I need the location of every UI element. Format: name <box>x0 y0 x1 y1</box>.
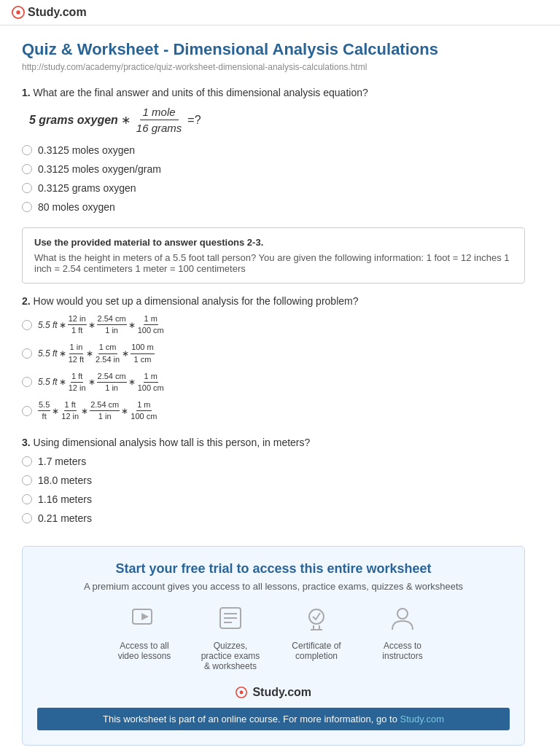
radio-q2d[interactable] <box>22 406 32 416</box>
q2-option-c-eq: 5.5 ft ∗ 1 ft 12 in ∗ 2.54 cm 1 in ∗ 1 m… <box>38 372 165 393</box>
info-box-title: Use the provided material to answer ques… <box>34 237 513 248</box>
radio-q3c[interactable] <box>22 494 32 504</box>
radio-q2c[interactable] <box>22 377 32 387</box>
q2-option-d[interactable]: 5.5 ft ∗ 1 ft 12 in ∗ 2.54 cm 1 in ∗ 1 m… <box>22 400 525 421</box>
radio-q1b[interactable] <box>22 164 32 174</box>
radio-q2b[interactable] <box>22 348 32 359</box>
q3-option-d[interactable]: 0.21 meters <box>22 512 525 524</box>
quiz-label: Quizzes, practice exams & worksheets <box>198 641 263 671</box>
q3-option-c[interactable]: 1.16 meters <box>22 493 525 505</box>
promo-features: Access to all video lessons Quizzes, pra… <box>37 605 510 671</box>
q3-option-a[interactable]: 1.7 meters <box>22 456 525 467</box>
q3-option-d-label: 0.21 meters <box>38 512 92 524</box>
instructor-label: Access to instructors <box>370 641 435 661</box>
cert-label: Certificate of completion <box>284 641 349 661</box>
logo-icon <box>12 6 25 19</box>
radio-q3d[interactable] <box>22 513 32 523</box>
svg-point-8 <box>309 609 324 624</box>
svg-point-1 <box>16 10 20 14</box>
radio-q1d[interactable] <box>22 202 32 212</box>
radio-q3a[interactable] <box>22 456 32 466</box>
promo-feature-instructor: Access to instructors <box>370 605 435 671</box>
promo-title: Start your free trial to access this ent… <box>37 561 510 577</box>
q2-option-b-eq: 5.5 ft ∗ 1 in 12 ft ∗ 1 cm 2.54 in ∗ 100… <box>38 343 155 364</box>
question-3-text: 3. Using dimensional analysis how tall i… <box>22 437 525 448</box>
logo[interactable]: Study.com <box>12 6 87 19</box>
q1-number: 1. <box>22 87 34 98</box>
radio-q2a[interactable] <box>22 320 32 330</box>
q1-option-a[interactable]: 0.3125 moles oxygen <box>22 144 525 156</box>
q1-option-d[interactable]: 80 moles oxygen <box>22 201 525 213</box>
q1-option-d-label: 80 moles oxygen <box>38 201 115 213</box>
video-label: Access to all video lessons <box>112 641 177 661</box>
question-1: 1. What are the final answer and units o… <box>22 87 525 213</box>
promo-box: Start your free trial to access this ent… <box>22 546 525 746</box>
q2-option-b[interactable]: 5.5 ft ∗ 1 in 12 ft ∗ 1 cm 2.54 in ∗ 100… <box>22 343 525 364</box>
svg-point-14 <box>240 691 244 695</box>
eq-left: 5 grams oxygen <box>29 114 118 127</box>
q1-option-b-label: 0.3125 moles oxygen/gram <box>38 163 161 175</box>
promo-subtitle: A premium account gives you access to al… <box>37 581 510 592</box>
svg-marker-3 <box>141 613 149 620</box>
eq-operator: ∗ <box>121 113 131 127</box>
radio-q1a[interactable] <box>22 145 32 155</box>
eq-result: =? <box>187 114 201 127</box>
quiz-icon <box>217 605 244 636</box>
q2-option-a-eq: 5.5 ft ∗ 12 in 1 ft ∗ 2.54 cm 1 in ∗ 1 m… <box>38 314 165 335</box>
cert-icon <box>303 605 330 636</box>
q1-option-c-label: 0.3125 grams oxygen <box>38 182 136 194</box>
question-2-text: 2. How would you set up a dimensional an… <box>22 295 525 307</box>
q3-option-b-label: 18.0 meters <box>38 474 92 486</box>
q2-option-d-eq: 5.5 ft ∗ 1 ft 12 in ∗ 2.54 cm 1 in ∗ 1 m… <box>38 400 158 421</box>
video-icon <box>131 605 158 636</box>
instructor-icon <box>389 605 416 636</box>
site-header: Study.com <box>0 0 560 26</box>
q3-option-c-label: 1.16 meters <box>38 493 92 505</box>
promo-feature-cert: Certificate of completion <box>284 605 349 671</box>
q2-number: 2. <box>22 295 34 307</box>
q3-option-b[interactable]: 18.0 meters <box>22 474 525 486</box>
logo-text: Study.com <box>28 6 87 19</box>
radio-q3b[interactable] <box>22 475 32 485</box>
info-box-text: What is the height in meters of a 5.5 fo… <box>34 252 513 274</box>
svg-point-12 <box>397 609 408 619</box>
promo-logo: Study.com <box>37 686 510 699</box>
q2-option-a[interactable]: 5.5 ft ∗ 12 in 1 ft ∗ 2.54 cm 1 in ∗ 1 m… <box>22 314 525 335</box>
q1-option-a-label: 0.3125 moles oxygen <box>38 144 135 156</box>
q2-option-c[interactable]: 5.5 ft ∗ 1 ft 12 in ∗ 2.54 cm 1 in ∗ 1 m… <box>22 372 525 393</box>
question-3: 3. Using dimensional analysis how tall i… <box>22 437 525 524</box>
main-content: Quiz & Worksheet - Dimensional Analysis … <box>0 26 547 750</box>
promo-feature-video: Access to all video lessons <box>112 605 177 671</box>
promo-banner-link[interactable]: Study.com <box>400 714 444 724</box>
q3-number: 3. <box>22 437 34 448</box>
q1-equation: 5 grams oxygen ∗ 1 mole 16 grams =? <box>29 106 525 134</box>
question-1-text: 1. What are the final answer and units o… <box>22 87 525 98</box>
q1-option-c[interactable]: 0.3125 grams oxygen <box>22 182 525 194</box>
radio-q1c[interactable] <box>22 183 32 193</box>
page-title: Quiz & Worksheet - Dimensional Analysis … <box>22 40 525 59</box>
info-box: Use the provided material to answer ques… <box>22 227 525 284</box>
eq-fraction: 1 mole 16 grams <box>133 106 185 134</box>
promo-feature-quiz: Quizzes, practice exams & worksheets <box>198 605 263 671</box>
page-url: http://study.com/academy/practice/quiz-w… <box>22 62 525 72</box>
promo-logo-icon <box>236 687 247 698</box>
q1-option-b[interactable]: 0.3125 moles oxygen/gram <box>22 163 525 175</box>
question-2: 2. How would you set up a dimensional an… <box>22 295 525 422</box>
promo-banner: This worksheet is part of an online cour… <box>37 708 510 730</box>
q3-option-a-label: 1.7 meters <box>38 456 86 467</box>
